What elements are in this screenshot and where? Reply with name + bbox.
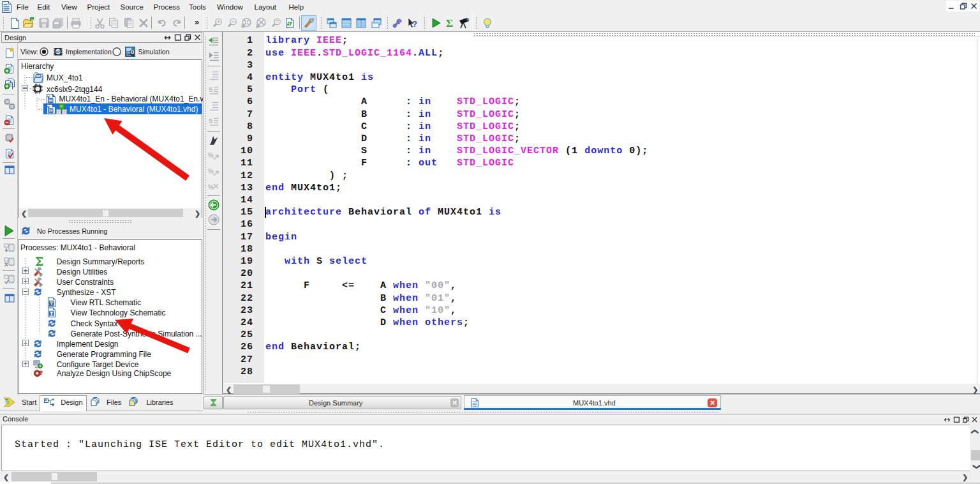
svg-text:5: 5 [209,117,213,125]
svg-text:%: % [208,168,214,175]
svg-text:H: H [49,98,52,103]
svg-text:5: 5 [209,86,213,94]
svg-text:H: H [49,108,52,114]
svg-text:Σ: Σ [446,17,453,29]
svg-text:%: % [208,152,214,159]
svg-text:iSim: iSim [126,54,131,56]
svg-text:%: % [208,184,214,191]
svg-text:?: ? [412,19,417,29]
